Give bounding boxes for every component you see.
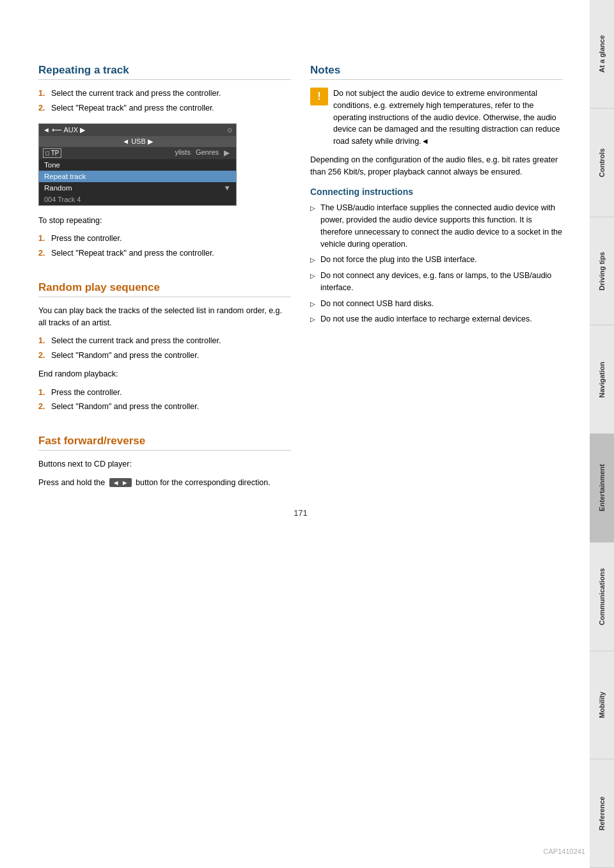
sidebar-item-mobility[interactable]: Mobility bbox=[590, 651, 614, 760]
screen-nav-bar: □ TP ylists Genres ▶ bbox=[39, 147, 236, 159]
menu-repeat-track: Repeat track bbox=[39, 171, 236, 182]
watermark: CAP1410241 bbox=[544, 848, 585, 855]
fast-forward-section: Fast forward/reverse Buttons next to CD … bbox=[38, 435, 291, 489]
step-4: 2. Select "Repeat track" and press the c… bbox=[38, 247, 291, 260]
random-step-2: 2. Select "Random" and press the control… bbox=[38, 350, 291, 362]
fast-forward-line1: Buttons next to CD player: bbox=[38, 458, 291, 470]
bullet-1: The USB/audio interface supplies the con… bbox=[310, 202, 563, 250]
connecting-bullets: The USB/audio interface supplies the con… bbox=[310, 202, 563, 325]
sidebar-label-entertainment: Entertainment bbox=[598, 464, 606, 511]
left-column: Repeating a track 1. Select the current … bbox=[38, 64, 291, 495]
step-1: 1. Select the current track and press th… bbox=[38, 88, 291, 100]
step-3: 1. Press the controller. bbox=[38, 233, 291, 245]
sidebar-item-entertainment[interactable]: Entertainment bbox=[590, 434, 614, 543]
sidebar: At a glance Controls Driving tips Naviga… bbox=[590, 0, 614, 868]
random-steps: 1. Select the current track and press th… bbox=[38, 335, 291, 362]
bullet-5: Do not use the audio interface to rechar… bbox=[310, 313, 563, 325]
sidebar-item-communications[interactable]: Communications bbox=[590, 543, 614, 651]
screen-top-bar: ◄ ⟵ AUX ▶ ⊙ bbox=[39, 124, 236, 136]
connecting-title: Connecting instructions bbox=[310, 187, 563, 197]
menu-random: Random ▼ bbox=[39, 182, 236, 194]
repeating-steps-after: 1. Press the controller. 2. Select "Repe… bbox=[38, 233, 291, 260]
notes-title: Notes bbox=[310, 64, 563, 80]
page-container: Repeating a track 1. Select the current … bbox=[0, 0, 614, 868]
sidebar-label-communications: Communications bbox=[598, 568, 606, 625]
random-play-desc: You can play back the tracks of the sele… bbox=[38, 305, 291, 329]
sidebar-item-at-a-glance[interactable]: At a glance bbox=[590, 0, 614, 109]
bullet-2: Do not force the plug into the USB inter… bbox=[310, 254, 563, 266]
sidebar-label-mobility: Mobility bbox=[598, 692, 606, 718]
screen-mockup: ◄ ⟵ AUX ▶ ⊙ ◄ USB ▶ □ TP ylists Genres ▶ bbox=[38, 123, 237, 206]
right-column: Notes ! Do not subject the audio device … bbox=[310, 64, 563, 495]
sidebar-label-controls: Controls bbox=[598, 148, 606, 177]
sidebar-item-driving-tips[interactable]: Driving tips bbox=[590, 217, 614, 326]
sidebar-label-driving-tips: Driving tips bbox=[598, 252, 606, 291]
two-column-layout: Repeating a track 1. Select the current … bbox=[38, 64, 563, 495]
sidebar-label-at-a-glance: At a glance bbox=[598, 35, 606, 73]
ff-button: ◄ ► bbox=[109, 478, 132, 487]
menu-tone: Tone bbox=[39, 159, 236, 171]
stop-repeating-label: To stop repeating: bbox=[38, 215, 291, 227]
random-play-title: Random play sequence bbox=[38, 281, 291, 297]
warning-text: Do not subject the audio device to extre… bbox=[333, 88, 563, 148]
random-step-1: 1. Select the current track and press th… bbox=[38, 335, 291, 347]
step-2: 2. Select "Repeat track" and press the c… bbox=[38, 102, 291, 114]
sidebar-label-navigation: Navigation bbox=[598, 362, 606, 398]
sidebar-label-reference: Reference bbox=[598, 796, 606, 830]
warning-row: ! Do not subject the audio device to ext… bbox=[310, 88, 563, 148]
bullet-3: Do not connect any devices, e.g. fans or… bbox=[310, 270, 563, 294]
fast-forward-title: Fast forward/reverse bbox=[38, 435, 291, 451]
main-content: Repeating a track 1. Select the current … bbox=[0, 0, 588, 868]
end-random-label: End random playback: bbox=[38, 368, 291, 380]
screen-bottom: 004 Track 4 bbox=[39, 194, 236, 205]
fast-forward-line2: Press and hold the ◄ ► button for the co… bbox=[38, 477, 291, 489]
notes-extra-text: Depending on the configuration of the au… bbox=[310, 154, 563, 178]
repeating-steps-before: 1. Select the current track and press th… bbox=[38, 88, 291, 114]
random-play-section: Random play sequence You can play back t… bbox=[38, 281, 291, 413]
end-step-2: 2. Select "Random" and press the control… bbox=[38, 401, 291, 413]
end-step-1: 1. Press the controller. bbox=[38, 387, 291, 399]
connecting-section: Connecting instructions The USB/audio in… bbox=[310, 187, 563, 325]
bullet-4: Do not connect USB hard disks. bbox=[310, 298, 563, 310]
sidebar-item-controls[interactable]: Controls bbox=[590, 109, 614, 217]
screen-sub-bar: ◄ USB ▶ bbox=[39, 136, 236, 147]
repeating-section: Repeating a track 1. Select the current … bbox=[38, 64, 291, 260]
end-random-steps: 1. Press the controller. 2. Select "Rand… bbox=[38, 387, 291, 414]
warning-icon: ! bbox=[310, 88, 328, 105]
page-number: 171 bbox=[38, 508, 563, 518]
notes-section: Notes ! Do not subject the audio device … bbox=[310, 64, 563, 178]
sidebar-item-navigation[interactable]: Navigation bbox=[590, 325, 614, 434]
repeating-title: Repeating a track bbox=[38, 64, 291, 80]
sidebar-item-reference[interactable]: Reference bbox=[590, 759, 614, 868]
